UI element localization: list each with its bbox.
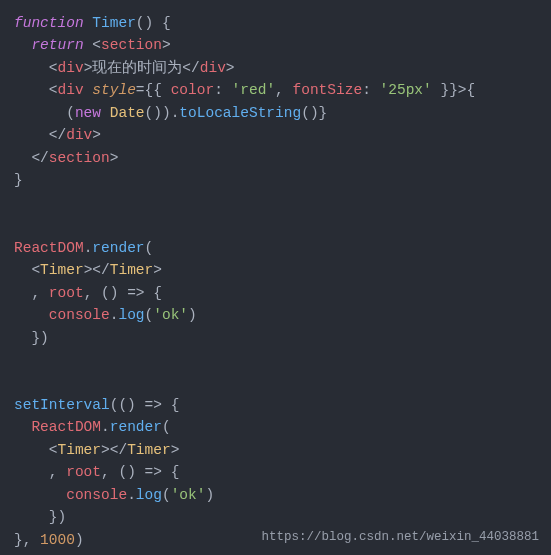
code-line-13: })	[14, 330, 49, 346]
code-line-11: , root, () => {	[14, 285, 162, 301]
code-line-19: })	[14, 509, 66, 525]
code-line-6: </div>	[14, 127, 101, 143]
watermark-text: https://blog.csdn.net/weixin_44038881	[261, 528, 539, 547]
code-line-5: (new Date()).toLocaleString()}	[14, 105, 327, 121]
code-line-17: , root, () => {	[14, 464, 179, 480]
code-line-4: <div style={{ color: 'red', fontSize: '2…	[14, 82, 475, 98]
code-line-20: }, 1000)	[14, 532, 84, 548]
code-line-3: <div>现在的时间为</div>	[14, 60, 235, 76]
code-editor: function Timer() { return <section> <div…	[14, 12, 537, 551]
code-line-18: console.log('ok')	[14, 487, 214, 503]
code-line-9: ReactDOM.render(	[14, 240, 153, 256]
code-line-1: function Timer() {	[14, 15, 171, 31]
func-name: Timer	[92, 15, 136, 31]
code-line-7: </section>	[14, 150, 118, 166]
code-line-15: ReactDOM.render(	[14, 419, 171, 435]
code-line-16: <Timer></Timer>	[14, 442, 179, 458]
code-line-12: console.log('ok')	[14, 307, 197, 323]
keyword-return: return	[31, 37, 83, 53]
code-line-14: setInterval(() => {	[14, 397, 179, 413]
code-line-8: }	[14, 172, 23, 188]
code-line-2: return <section>	[14, 37, 171, 53]
code-line-10: <Timer></Timer>	[14, 262, 162, 278]
keyword-function: function	[14, 15, 84, 31]
